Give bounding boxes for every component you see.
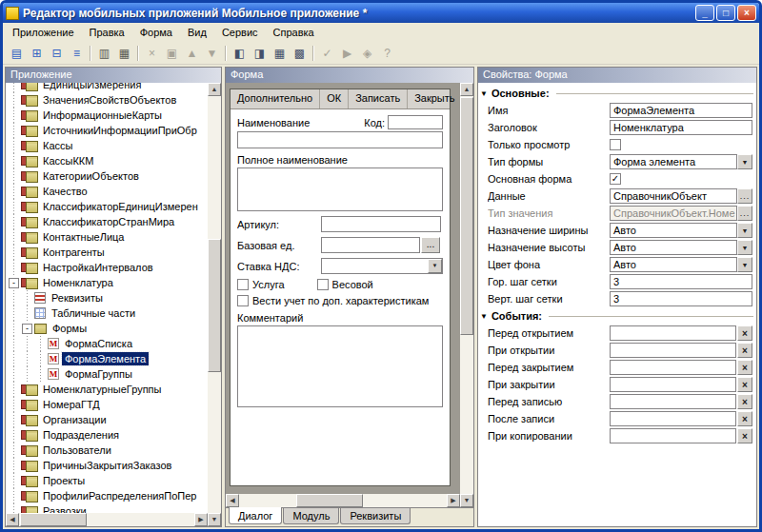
title-bar[interactable]: Редактор мобильных приложений Мобильное … <box>3 3 759 23</box>
maximize-button[interactable]: □ <box>716 5 735 21</box>
clear-button[interactable]: × <box>737 343 752 358</box>
copy-icon[interactable]: ▥ <box>94 44 114 63</box>
form-command-button-1[interactable]: ОК <box>320 89 349 108</box>
tree-item[interactable]: НастройкаИнтервалов <box>8 260 208 275</box>
extra-accounting-checkbox[interactable] <box>237 295 249 306</box>
scroll-up-icon[interactable]: ▲ <box>460 83 473 96</box>
scroll-right-icon[interactable]: ▶ <box>447 494 460 507</box>
tree-item[interactable]: ЗначенияСвойствОбъектов <box>8 92 208 108</box>
menu-item-1[interactable]: Правка <box>82 24 132 41</box>
property-input[interactable]: ФормаЭлемента <box>610 103 752 118</box>
property-input[interactable] <box>610 394 736 409</box>
dropdown-button[interactable]: ▼ <box>737 240 752 255</box>
chevron-down-icon[interactable]: ▼ <box>428 259 442 273</box>
property-input[interactable] <box>610 428 736 443</box>
service-checkbox[interactable] <box>237 279 249 290</box>
new-document-icon[interactable]: ▤ <box>7 44 27 63</box>
property-input[interactable] <box>610 343 736 358</box>
section-header[interactable]: ▼События: <box>478 307 756 325</box>
designer-vscrollbar[interactable]: ▲ ▼ <box>460 83 473 507</box>
property-input[interactable] <box>610 325 736 341</box>
tree-item[interactable]: ИнформационныеКарты <box>8 108 208 123</box>
clear-button[interactable]: × <box>737 394 752 409</box>
dropdown-button[interactable]: ▼ <box>737 223 752 238</box>
tree-item[interactable]: Подразделения <box>8 427 208 443</box>
vscroll-track[interactable] <box>208 96 221 513</box>
tree-item[interactable]: Контрагенты <box>8 245 208 260</box>
property-input[interactable]: Авто <box>610 257 737 272</box>
hscroll-track[interactable] <box>19 513 194 526</box>
tree-item[interactable]: Кассы <box>8 138 208 153</box>
hscroll-track[interactable] <box>239 494 447 507</box>
collapse-all-icon[interactable]: ⊟ <box>47 44 67 63</box>
tree-item[interactable]: Качество <box>8 184 208 199</box>
tree-item[interactable]: МФормаСписка <box>8 336 208 351</box>
full-name-input[interactable] <box>237 167 443 211</box>
tree-item[interactable]: НомераГТД <box>8 397 208 412</box>
weight-checkbox[interactable] <box>317 279 329 290</box>
dropdown-button[interactable]: ▼ <box>737 154 752 169</box>
tree-item[interactable]: Развозки <box>8 503 208 513</box>
form-command-button-0[interactable]: Дополнительно <box>231 89 320 108</box>
tree-item[interactable]: Проекты <box>8 473 208 488</box>
name-input[interactable] <box>237 131 443 148</box>
vscroll-thumb[interactable] <box>460 97 473 335</box>
property-input[interactable]: Форма элемента <box>610 154 737 169</box>
property-input[interactable] <box>610 411 736 426</box>
property-input[interactable]: Авто <box>610 223 737 238</box>
form-command-button-3[interactable]: Закрыть <box>408 89 460 108</box>
tree-item[interactable]: КлассификаторЕдиницИзмерен <box>8 199 208 214</box>
align-right-icon[interactable]: ◨ <box>250 44 270 63</box>
property-input[interactable] <box>610 360 736 375</box>
editor-tab-0[interactable]: Диалог <box>229 507 282 524</box>
snap-grid-icon[interactable]: ▩ <box>290 44 310 63</box>
ellipsis-button[interactable]: ... <box>737 206 752 221</box>
grid-icon[interactable]: ▦ <box>270 44 290 63</box>
tree-item[interactable]: ПрофилиРаспределенияПоПер <box>8 488 208 503</box>
base-unit-select-button[interactable]: ... <box>421 237 440 253</box>
paste-icon[interactable]: ▦ <box>114 44 134 63</box>
property-input[interactable]: 3 <box>610 291 752 306</box>
close-button[interactable]: × <box>737 5 756 21</box>
designer-hscrollbar[interactable]: ◀ ▶ <box>226 494 460 507</box>
vscroll-track[interactable] <box>460 96 473 494</box>
editor-tab-1[interactable]: Модуль <box>283 508 339 524</box>
scroll-down-icon[interactable]: ▼ <box>460 494 473 507</box>
menu-item-0[interactable]: Приложение <box>5 24 82 41</box>
list-view-icon[interactable]: ≡ <box>67 44 87 63</box>
property-input[interactable]: 3 <box>610 274 752 289</box>
property-input[interactable]: Авто <box>610 240 737 255</box>
tree-item[interactable]: КлассификаторСтранМира <box>8 214 208 229</box>
clear-button[interactable]: × <box>737 325 752 341</box>
scroll-up-icon[interactable]: ▲ <box>208 83 221 96</box>
menu-item-2[interactable]: Форма <box>132 24 180 41</box>
code-input[interactable] <box>388 115 443 129</box>
tree-item[interactable]: КатегорииОбъектов <box>8 168 208 184</box>
tree-item[interactable]: -Номенклатура <box>8 275 208 290</box>
clear-button[interactable]: × <box>737 428 752 443</box>
property-input[interactable]: СправочникОбъект <box>610 188 737 204</box>
section-header[interactable]: ▼Основные: <box>478 85 756 102</box>
scroll-down-icon[interactable]: ▼ <box>208 513 221 526</box>
clear-button[interactable]: × <box>737 360 752 375</box>
clear-button[interactable]: × <box>737 377 752 392</box>
vat-combobox[interactable]: ▼ <box>321 258 443 274</box>
tree-item[interactable]: Табличные части <box>8 305 208 321</box>
tree-item[interactable]: МФормаЭлемента <box>8 351 208 366</box>
tree-item[interactable]: ЕдиницыИзмерения <box>8 83 208 92</box>
form-designer-canvas[interactable]: ДополнительноОКЗаписатьЗакрыть Наименова… <box>226 83 460 494</box>
property-input[interactable]: СправочникОбъект.Номе <box>610 206 737 221</box>
tree-item[interactable]: -Формы <box>8 321 208 336</box>
align-left-icon[interactable]: ◧ <box>230 44 250 63</box>
property-checkbox[interactable] <box>610 139 621 150</box>
hscroll-thumb[interactable] <box>20 513 87 526</box>
form-command-button-2[interactable]: Записать <box>349 89 408 108</box>
collapse-expander-icon[interactable]: - <box>22 324 32 334</box>
app-tree-vscrollbar[interactable]: ▲ ▼ <box>208 83 221 526</box>
tree-item[interactable]: НоменклатурныеГруппы <box>8 382 208 397</box>
base-unit-input[interactable] <box>321 237 420 253</box>
dropdown-button[interactable]: ▼ <box>737 257 752 272</box>
clear-button[interactable]: × <box>737 411 752 426</box>
vscroll-thumb[interactable] <box>208 239 221 372</box>
editor-tab-2[interactable]: Реквизиты <box>340 508 411 524</box>
